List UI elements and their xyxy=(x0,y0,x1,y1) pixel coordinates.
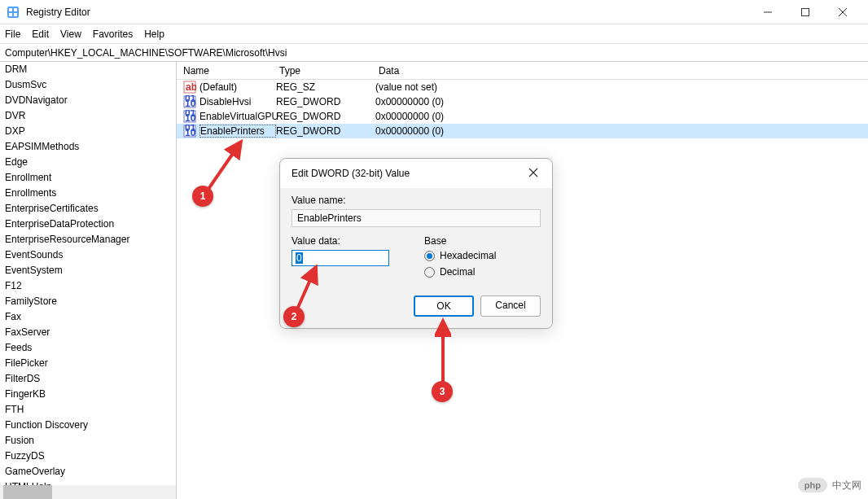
watermark: php 中文网 xyxy=(798,478,861,492)
value-name: EnableVirtualGPU xyxy=(199,111,276,122)
maximize-button[interactable] xyxy=(787,0,824,24)
value-name: DisableHvsi xyxy=(199,96,276,107)
tree-item[interactable]: F12 xyxy=(0,278,176,294)
value-type: REG_DWORD xyxy=(276,125,375,137)
dialog-title-text: Edit DWORD (32-bit) Value xyxy=(292,168,528,179)
ok-button[interactable]: OK xyxy=(414,295,474,317)
list-row[interactable]: ab(Default)REG_SZ(value not set) xyxy=(177,80,868,94)
svg-rect-2 xyxy=(14,8,17,11)
hex-label: Hexadecimal xyxy=(440,250,496,261)
horizontal-scrollbar[interactable] xyxy=(0,485,176,499)
annotation-2: 2 xyxy=(283,306,305,327)
content-area: DRMDusmSvcDVDNavigatorDVRDXPEAPSIMMethod… xyxy=(0,62,868,499)
window-title: Registry Editor xyxy=(26,7,749,18)
svg-rect-3 xyxy=(9,13,12,16)
value-data: 0x00000000 (0) xyxy=(375,111,868,122)
tree-item[interactable]: FaxServer xyxy=(0,325,176,340)
tree-item[interactable]: Fax xyxy=(0,309,176,325)
value-data-label: Value data: xyxy=(292,235,408,247)
value-icon: 01101001 xyxy=(183,95,196,108)
cancel-button[interactable]: Cancel xyxy=(480,295,541,317)
value-icon: ab xyxy=(183,81,196,94)
tree-item[interactable]: Enrollments xyxy=(0,186,176,201)
tree-item[interactable]: FilterDS xyxy=(0,371,176,387)
list-row[interactable]: 01101001EnableVirtualGPUREG_DWORD0x00000… xyxy=(177,109,868,124)
tree-item[interactable]: EventSystem xyxy=(0,263,176,278)
menubar: File Edit View Favorites Help xyxy=(0,24,868,44)
watermark-logo: php xyxy=(798,478,827,492)
value-icon: 01101001 xyxy=(183,125,196,138)
titlebar: Registry Editor xyxy=(0,0,868,24)
menu-help[interactable]: Help xyxy=(144,28,164,40)
value-name-label: Value name: xyxy=(292,195,541,206)
tree-item[interactable]: Function Discovery xyxy=(0,418,176,433)
svg-text:1001: 1001 xyxy=(185,127,196,138)
tree-item[interactable]: FTH xyxy=(0,402,176,418)
list-view[interactable]: Name Type Data ab(Default)REG_SZ(value n… xyxy=(177,62,868,499)
tree-item[interactable]: DRM xyxy=(0,62,176,77)
list-row[interactable]: 01101001EnablePrintersREG_DWORD0x0000000… xyxy=(177,124,868,138)
value-data-input[interactable]: 0 xyxy=(292,250,389,266)
tree-item[interactable]: EnterpriseCertificates xyxy=(0,201,176,217)
base-label: Base xyxy=(424,235,541,247)
radio-icon xyxy=(424,251,435,261)
tree-item[interactable]: FamilyStore xyxy=(0,294,176,309)
radio-decimal[interactable]: Decimal xyxy=(424,266,541,278)
value-data: (value not set) xyxy=(375,81,868,93)
address-bar[interactable]: Computer\HKEY_LOCAL_MACHINE\SOFTWARE\Mic… xyxy=(0,44,868,62)
tree-item[interactable]: GameOverlay xyxy=(0,464,176,479)
annotation-1: 1 xyxy=(192,186,213,207)
tree-item[interactable]: Feeds xyxy=(0,340,176,356)
dialog-close-button[interactable] xyxy=(528,167,541,180)
window-buttons xyxy=(749,0,861,24)
value-type: REG_SZ xyxy=(276,81,375,93)
svg-rect-1 xyxy=(9,8,12,11)
col-name[interactable]: Name xyxy=(177,65,273,77)
watermark-text: 中文网 xyxy=(832,479,861,492)
tree-item[interactable]: FingerKB xyxy=(0,387,176,402)
value-name-field[interactable]: EnablePrinters xyxy=(292,209,541,227)
dialog-body: Value name: EnablePrinters Value data: 0… xyxy=(280,188,552,328)
value-data: 0x00000000 (0) xyxy=(375,96,868,107)
tree-item[interactable]: Enrollment xyxy=(0,170,176,186)
tree-item[interactable]: EnterpriseDataProtection xyxy=(0,217,176,232)
dialog-titlebar: Edit DWORD (32-bit) Value xyxy=(280,159,552,188)
close-button[interactable] xyxy=(824,0,861,24)
tree-item[interactable]: Fusion xyxy=(0,433,176,449)
col-data[interactable]: Data xyxy=(372,65,868,77)
tree-item[interactable]: DusmSvc xyxy=(0,77,176,93)
col-type[interactable]: Type xyxy=(273,65,372,77)
value-data: 0x00000000 (0) xyxy=(375,125,868,137)
tree-item[interactable]: DXP xyxy=(0,124,176,139)
edit-dword-dialog: Edit DWORD (32-bit) Value Value name: En… xyxy=(279,158,553,329)
tree-item[interactable]: EnterpriseResourceManager xyxy=(0,232,176,247)
tree-item[interactable]: EAPSIMMethods xyxy=(0,139,176,155)
radio-hexadecimal[interactable]: Hexadecimal xyxy=(424,250,541,261)
menu-file[interactable]: File xyxy=(5,28,20,40)
svg-text:1001: 1001 xyxy=(185,112,196,123)
radio-icon xyxy=(424,267,435,278)
dialog-buttons: OK Cancel xyxy=(292,295,541,317)
value-type: REG_DWORD xyxy=(276,111,375,122)
tree-item[interactable]: FilePicker xyxy=(0,356,176,371)
value-name: (Default) xyxy=(199,81,276,93)
svg-rect-6 xyxy=(802,8,809,15)
svg-text:1001: 1001 xyxy=(185,98,196,108)
menu-view[interactable]: View xyxy=(60,28,81,40)
menu-edit[interactable]: Edit xyxy=(32,28,49,40)
list-row[interactable]: 01101001DisableHvsiREG_DWORD0x00000000 (… xyxy=(177,94,868,109)
annotation-3: 3 xyxy=(432,381,453,402)
tree-view[interactable]: DRMDusmSvcDVDNavigatorDVRDXPEAPSIMMethod… xyxy=(0,62,177,499)
minimize-button[interactable] xyxy=(749,0,787,24)
tree-item[interactable]: FuzzyDS xyxy=(0,449,176,464)
regedit-icon xyxy=(7,6,20,19)
value-name: EnablePrinters xyxy=(199,125,276,138)
tree-item[interactable]: DVR xyxy=(0,108,176,124)
tree-item[interactable]: EventSounds xyxy=(0,247,176,263)
tree-item[interactable]: DVDNavigator xyxy=(0,93,176,108)
menu-favorites[interactable]: Favorites xyxy=(93,28,133,40)
dec-label: Decimal xyxy=(440,266,475,278)
tree-item[interactable]: Edge xyxy=(0,155,176,170)
svg-rect-4 xyxy=(14,13,17,16)
address-text: Computer\HKEY_LOCAL_MACHINE\SOFTWARE\Mic… xyxy=(5,47,287,59)
